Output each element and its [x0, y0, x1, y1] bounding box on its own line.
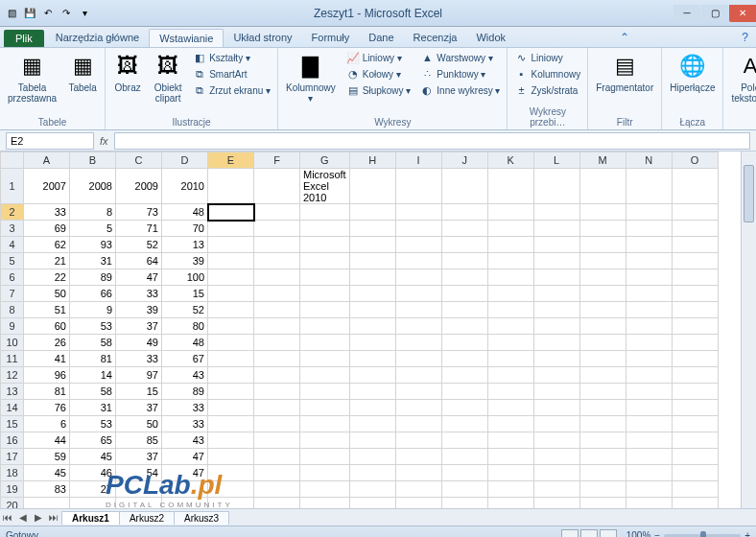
- cell-C14[interactable]: 37: [116, 400, 162, 416]
- cell-C12[interactable]: 97: [116, 367, 162, 384]
- cell-B20[interactable]: [70, 498, 116, 509]
- sparkline-winloss-button[interactable]: ±Zysk/strata: [511, 82, 583, 98]
- cell-N18[interactable]: [626, 465, 672, 481]
- cell-H8[interactable]: [349, 302, 395, 318]
- cell-B3[interactable]: 5: [70, 221, 116, 237]
- cell-K4[interactable]: [487, 237, 533, 253]
- cell-J18[interactable]: [441, 465, 487, 481]
- cell-H14[interactable]: [349, 400, 395, 416]
- cell-N12[interactable]: [626, 367, 672, 384]
- zoom-in[interactable]: +: [744, 530, 750, 537]
- zoom-control[interactable]: 100% − +: [626, 530, 750, 537]
- cell-C19[interactable]: [116, 481, 162, 498]
- cell-D4[interactable]: 13: [162, 237, 208, 253]
- cell-D8[interactable]: 52: [162, 302, 208, 318]
- sparkline-column-button[interactable]: ▪Kolumnowy: [511, 66, 583, 82]
- sheet-nav-prev[interactable]: ◀: [15, 512, 31, 523]
- cell-L5[interactable]: [533, 253, 579, 269]
- cell-D17[interactable]: 47: [162, 449, 208, 465]
- cell-F7[interactable]: [254, 286, 300, 302]
- cell-F12[interactable]: [254, 367, 300, 384]
- cell-J19[interactable]: [441, 481, 487, 498]
- cell-J14[interactable]: [441, 400, 487, 416]
- cell-F20[interactable]: [254, 498, 300, 509]
- cell-I16[interactable]: [395, 432, 441, 449]
- cell-G19[interactable]: [300, 481, 350, 498]
- cell-O14[interactable]: [672, 400, 718, 416]
- sheet-nav-last[interactable]: ⏭: [46, 512, 61, 523]
- save-icon[interactable]: 💾: [22, 6, 37, 21]
- cell-D2[interactable]: 48: [162, 204, 208, 221]
- cell-B13[interactable]: 58: [70, 384, 116, 400]
- row-header[interactable]: 20: [1, 498, 24, 509]
- cell-O16[interactable]: [672, 432, 718, 449]
- cell-H19[interactable]: [349, 481, 395, 498]
- cell-H2[interactable]: [349, 204, 395, 221]
- cell-I11[interactable]: [395, 351, 441, 367]
- cell-M11[interactable]: [579, 351, 626, 367]
- sparkline-line-button[interactable]: ∿Liniowy: [511, 50, 583, 65]
- cell-B12[interactable]: 14: [70, 367, 116, 384]
- cell-E19[interactable]: [208, 481, 254, 498]
- cell-O1[interactable]: [672, 169, 718, 204]
- view-page-break[interactable]: [600, 529, 617, 538]
- cell-C9[interactable]: 37: [116, 318, 162, 335]
- cell-N16[interactable]: [626, 432, 672, 449]
- cell-E1[interactable]: [208, 169, 254, 204]
- cell-A5[interactable]: 21: [24, 253, 70, 269]
- cell-I18[interactable]: [395, 465, 441, 481]
- cell-B9[interactable]: 53: [70, 318, 116, 335]
- cell-K5[interactable]: [487, 253, 533, 269]
- cell-F2[interactable]: [254, 204, 300, 221]
- cell-E14[interactable]: [208, 400, 254, 416]
- cell-K3[interactable]: [487, 221, 533, 237]
- cell-M5[interactable]: [579, 253, 626, 269]
- cell-G11[interactable]: [300, 351, 350, 367]
- cell-F17[interactable]: [254, 449, 300, 465]
- cell-H5[interactable]: [349, 253, 395, 269]
- cell-A17[interactable]: 59: [24, 449, 70, 465]
- cell-D14[interactable]: 33: [162, 400, 208, 416]
- cell-G2[interactable]: [300, 204, 350, 221]
- row-header[interactable]: 9: [1, 318, 24, 335]
- cell-A14[interactable]: 76: [24, 400, 70, 416]
- row-header[interactable]: 6: [1, 269, 24, 286]
- cell-L1[interactable]: [533, 169, 579, 204]
- cell-J8[interactable]: [441, 302, 487, 318]
- cell-H7[interactable]: [349, 286, 395, 302]
- cell-F5[interactable]: [254, 253, 300, 269]
- cell-E7[interactable]: [208, 286, 254, 302]
- col-header-K[interactable]: K: [487, 152, 533, 169]
- cell-D3[interactable]: 70: [162, 221, 208, 237]
- cell-I20[interactable]: [395, 498, 441, 509]
- ribbon-tab-formuły[interactable]: Formuły: [302, 29, 360, 47]
- cell-J3[interactable]: [441, 221, 487, 237]
- cell-H3[interactable]: [349, 221, 395, 237]
- row-header[interactable]: 5: [1, 253, 24, 269]
- cell-A19[interactable]: 83: [24, 481, 70, 498]
- cell-K10[interactable]: [487, 335, 533, 351]
- vertical-scrollbar[interactable]: [741, 152, 756, 508]
- cell-F18[interactable]: [254, 465, 300, 481]
- cell-L18[interactable]: [533, 465, 579, 481]
- cell-A12[interactable]: 96: [24, 367, 70, 384]
- cell-O8[interactable]: [672, 302, 718, 318]
- cell-E16[interactable]: [208, 432, 254, 449]
- cell-I10[interactable]: [395, 335, 441, 351]
- cell-D10[interactable]: 48: [162, 335, 208, 351]
- cell-G12[interactable]: [300, 367, 350, 384]
- worksheet-grid[interactable]: ABCDEFGHIJKLMNO12007200820092010Microsof…: [0, 152, 756, 508]
- cell-F8[interactable]: [254, 302, 300, 318]
- cell-N15[interactable]: [626, 416, 672, 432]
- cell-K8[interactable]: [487, 302, 533, 318]
- sheet-tab-arkusz1[interactable]: Arkusz1: [61, 511, 120, 525]
- smartart-button[interactable]: ⧉SmartArt: [190, 66, 273, 82]
- cell-N13[interactable]: [626, 384, 672, 400]
- cell-A8[interactable]: 51: [24, 302, 70, 318]
- cell-N5[interactable]: [626, 253, 672, 269]
- cell-G6[interactable]: [300, 269, 350, 286]
- hyperlink-button[interactable]: 🌐Hiperłącze: [666, 50, 719, 95]
- cell-C2[interactable]: 73: [116, 204, 162, 221]
- cell-C3[interactable]: 71: [116, 221, 162, 237]
- select-all-corner[interactable]: [1, 152, 24, 169]
